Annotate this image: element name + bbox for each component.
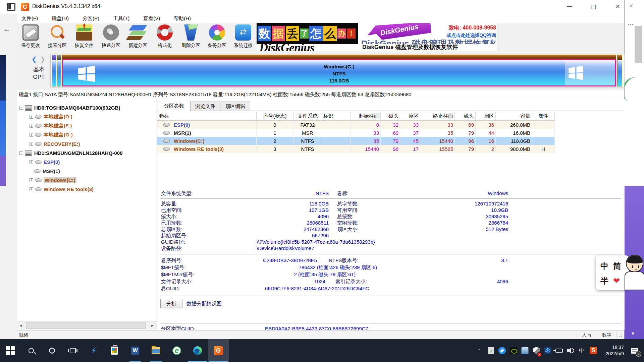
tree-item-local-d[interactable]: + 本地磁盘(D:) (30, 112, 72, 121)
diskgenius-taskbar-button[interactable]: G (208, 339, 229, 362)
background-scrollbar[interactable] (635, 26, 642, 63)
expand-icon[interactable]: + (30, 124, 33, 128)
tray-freeze-tool[interactable]: ❄ (542, 339, 553, 362)
tree-item-hd1[interactable]: − HD1:SAMSUNGMZNLN128HAHQ-000 (19, 148, 122, 158)
word-button[interactable]: W (125, 339, 146, 362)
tree-horizontal-scrollbar[interactable]: ◄ ► (17, 321, 157, 329)
tray-sogou[interactable]: S (588, 339, 599, 362)
tree-item-windows-re[interactable]: + Windows RE tools(3) (30, 185, 94, 194)
overflow-menu-icon[interactable]: ⋯ (627, 21, 634, 28)
tree-item-local-g[interactable]: + 本地磁盘(G:) (30, 130, 73, 139)
save-changes-button[interactable]: 保存更改 (17, 24, 44, 51)
expand-icon[interactable]: + (30, 178, 33, 182)
file-explorer-button[interactable] (146, 339, 166, 362)
expand-icon[interactable]: + (30, 133, 33, 137)
tree-item-hd0[interactable]: − HD0:TOSHIBAMQ04ABF100(932GB) (19, 103, 120, 112)
col-header[interactable]: 属性 (532, 112, 555, 120)
col-header[interactable]: 卷标 (157, 112, 257, 120)
windows-c-partition-bar[interactable]: Windows(C:) NTFS 118.0GB (62, 55, 616, 86)
task-view-button[interactable] (62, 339, 83, 362)
menu-disk[interactable]: 磁盘(D) (48, 14, 73, 23)
tray-ime-mode[interactable]: 中 (576, 339, 588, 362)
prev-disk-icon[interactable]: ❮ (32, 56, 37, 63)
menu-partition[interactable]: 分区(P) (78, 14, 103, 23)
system-migrate-button[interactable]: 系统迁移 (230, 24, 256, 51)
re-tools-partition-bar[interactable] (617, 55, 622, 86)
expand-icon[interactable]: + (30, 142, 33, 146)
advertisement-banner[interactable]: 数 据 丢 了 怎 么 办 ！ DiskGenius 磁盘管理及数据恢复软件 D… (257, 23, 497, 51)
tree-item-windows-c[interactable]: + Windows(C:) (30, 176, 76, 185)
close-button[interactable]: ✕ (609, 0, 627, 13)
menu-tools[interactable]: 工具(T) (109, 14, 133, 23)
tray-antivirus[interactable] (485, 339, 496, 362)
msr-partition-bar[interactable] (57, 55, 61, 86)
collapse-icon[interactable]: − (19, 106, 23, 110)
new-partition-button[interactable]: 新建分区 (125, 24, 151, 51)
analyze-button[interactable]: 分析 (160, 299, 182, 308)
tab-browse-files[interactable]: 浏览文件 (190, 102, 220, 111)
tray-expand-button[interactable]: ⌃ (474, 339, 485, 362)
taskbar-clock[interactable]: 18:37 2022/5/9 (599, 339, 625, 362)
ad-qq-link[interactable]: 或点击此处选择QQ咨询 (437, 33, 496, 39)
menu-view[interactable]: 查看(V) (139, 14, 164, 23)
store-button[interactable] (104, 339, 125, 362)
col-header[interactable]: 文件系统 (293, 112, 322, 120)
table-row-esp[interactable]: ESP(0) 0 FAT32 0 32 33 33 69 36 260.0MB (157, 121, 555, 129)
search-partition-button[interactable]: 搜索分区 (44, 24, 70, 51)
ime-ban[interactable]: 半 (600, 274, 613, 288)
col-header[interactable]: 终止柱面 (420, 112, 455, 120)
table-row-windows-c-selected[interactable]: Windows(C:) 2 NTFS 35 79 45 15440 96 16 … (157, 137, 555, 145)
browser-tab-icon[interactable] (7, 3, 15, 11)
flash-app-button[interactable]: ⚡ (83, 339, 104, 362)
backup-partition-button[interactable]: 备份分区 (204, 24, 230, 51)
minimize-button[interactable]: — (561, 0, 578, 13)
action-center-button[interactable]: 2 (625, 339, 644, 362)
resize-grip[interactable] (619, 334, 623, 338)
format-button[interactable]: 格式化 (152, 24, 178, 51)
col-header[interactable]: 磁头 (455, 112, 476, 120)
tray-nvidia[interactable] (508, 339, 519, 362)
col-header[interactable]: 标识 (322, 112, 351, 120)
next-disk-icon[interactable]: ❯ (40, 56, 45, 63)
tray-intel-graphics[interactable] (519, 339, 531, 362)
col-header[interactable]: 扇区 (400, 112, 420, 120)
scrollbar-thumb[interactable] (26, 322, 146, 329)
esp-partition-bar[interactable] (52, 55, 56, 86)
taskbar-search-button[interactable] (21, 339, 42, 362)
expand-icon[interactable]: + (30, 115, 33, 119)
maximize-button[interactable]: ▢ (585, 0, 602, 13)
col-header[interactable]: 磁头 (381, 112, 400, 120)
col-header[interactable]: 扇区 (476, 112, 496, 120)
ime-zh[interactable]: 中 (600, 259, 613, 274)
tray-volume[interactable] (565, 339, 576, 362)
tab-sector-edit[interactable]: 扇区编辑 (220, 102, 250, 111)
start-button[interactable] (0, 339, 21, 362)
tree-item-msr[interactable]: MSR(1) (34, 167, 60, 176)
tray-dingtalk[interactable] (496, 339, 508, 362)
col-header[interactable]: 容量 (496, 112, 532, 120)
scroll-down-icon[interactable]: ▼ (631, 331, 635, 336)
back-arrow-icon[interactable]: ← (3, 24, 11, 34)
expand-icon[interactable]: + (30, 160, 33, 164)
col-header[interactable]: 序号(状态) (257, 112, 293, 120)
cortana-button[interactable] (42, 339, 62, 362)
sogou-ime-widget[interactable]: 中简 半❤ (596, 254, 644, 293)
scroll-right-icon[interactable]: ► (148, 321, 157, 329)
col-header[interactable]: 起始柱面 (351, 112, 381, 120)
scroll-left-icon[interactable]: ◄ (17, 321, 25, 329)
tab-partition-params[interactable]: 分区参数 (159, 101, 189, 111)
tray-power[interactable] (553, 339, 565, 362)
collapse-icon[interactable]: − (19, 151, 23, 155)
table-row-windows-re[interactable]: Windows RE tools(3) 3 NTFS 15440 96 17 1… (157, 145, 555, 153)
recover-files-button[interactable]: 恢复文件 (71, 24, 97, 51)
menu-help[interactable]: 帮助(H) (170, 14, 195, 23)
edge-button[interactable] (187, 339, 208, 362)
tree-item-local-f[interactable]: + 本地磁盘(F:) (30, 121, 72, 130)
background-close-icon[interactable]: × (629, 2, 633, 10)
tree-item-esp[interactable]: + ESP(0) (30, 158, 60, 167)
browser-360-button[interactable]: e (166, 339, 187, 362)
expand-icon[interactable]: + (30, 187, 33, 191)
table-row-msr[interactable]: MSR(1) 1 MSR 33 69 37 35 79 44 16.0MB (157, 129, 555, 137)
quick-partition-button[interactable]: 快速分区 (98, 24, 124, 51)
delete-partition-button[interactable]: 删除分区 (178, 24, 204, 51)
